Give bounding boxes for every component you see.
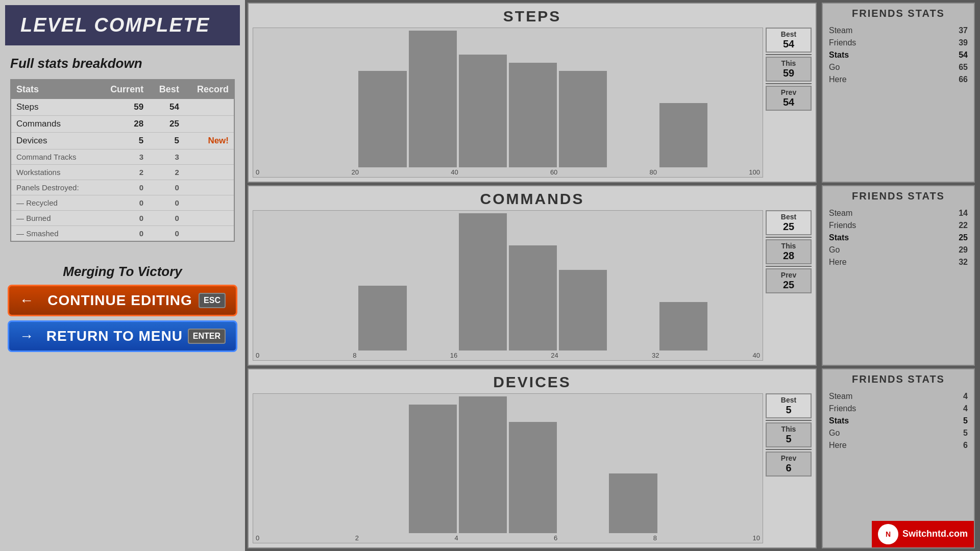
list-item: Stats5 (829, 415, 968, 427)
table-row: Devices55New! (11, 133, 234, 149)
friends-row-name: Stats (829, 51, 849, 60)
level-complete-header: LEVEL COMPLETE (5, 5, 240, 45)
bar (459, 213, 507, 350)
stat-name: Panels Destroyed: (11, 180, 97, 195)
steps-histogram: 0 20 40 60 80 100 (253, 28, 763, 178)
stat-record (184, 149, 234, 165)
commands-best-box: Best 25 (766, 210, 812, 235)
col-record: Record (184, 80, 234, 99)
friends-row-name: Stats (829, 416, 849, 425)
nintendo-text: Switchntd.com (902, 529, 968, 539)
level-complete-title: LEVEL COMPLETE (20, 14, 230, 36)
stat-current: 5 (97, 133, 149, 149)
friends-row-name: Steam (829, 392, 852, 401)
friends-row-value: 29 (959, 245, 968, 255)
stat-record (184, 211, 234, 226)
stat-current: 0 (97, 180, 149, 195)
commands-this-box: This 28 (766, 239, 812, 264)
stat-best: 2 (149, 165, 184, 180)
continue-editing-label: CONTINUE EDITING (41, 292, 199, 309)
list-item: Friends22 (829, 219, 968, 232)
steps-sidebar: Best 54 This 59 Prev 54 (766, 28, 812, 178)
stat-current: 0 (97, 195, 149, 211)
stat-name: — Smashed (11, 226, 97, 242)
friends-row-value: 14 (959, 209, 968, 218)
steps-friends-title: FRIENDS STATS (829, 8, 968, 19)
list-item: Here32 (829, 256, 968, 268)
stat-name: Workstations (11, 165, 97, 180)
list-item: Stats25 (829, 232, 968, 244)
steps-friends-rows: Steam37Friends39Stats54Go65Here66 (829, 24, 968, 86)
steps-chart-panel: STEPS 0 20 40 60 80 100 Bes (248, 3, 817, 183)
steps-chart-area: 0 20 40 60 80 100 Best 54 This (253, 28, 812, 178)
friends-row-name: Here (829, 258, 847, 267)
steps-this-box: This 59 (766, 57, 812, 82)
bar (409, 405, 457, 533)
stat-best: 0 (149, 195, 184, 211)
stat-record (184, 165, 234, 180)
friends-row-name: Go (829, 63, 840, 72)
list-item: Go5 (829, 427, 968, 439)
arrow-right-icon: → (19, 328, 34, 344)
commands-friends-title: FRIENDS STATS (829, 190, 968, 202)
commands-prev-box: Prev 25 (766, 268, 812, 293)
stat-current: 0 (97, 226, 149, 242)
stat-name: Steps (11, 99, 97, 116)
bar (659, 103, 707, 167)
steps-divider2 (766, 83, 812, 84)
table-row: — Recycled00 (11, 195, 234, 211)
friends-row-name: Steam (829, 26, 852, 35)
esc-key-badge: ESC (199, 293, 226, 308)
col-stats: Stats (11, 80, 97, 99)
steps-friends-panel: FRIENDS STATS Steam37Friends39Stats54Go6… (822, 3, 975, 183)
list-item: Here6 (829, 439, 968, 452)
friends-row-name: Go (829, 429, 840, 438)
devices-friends-panel: FRIENDS STATS Steam4Friends4Stats5Go5Her… (822, 368, 975, 548)
devices-prev-box: Prev 6 (766, 452, 812, 477)
left-panel: LEVEL COMPLETE Full stats breakdown Stat… (0, 0, 245, 551)
bar (559, 270, 607, 350)
friends-row-name: Friends (829, 404, 856, 413)
devices-friends-title: FRIENDS STATS (829, 373, 968, 385)
commands-row: COMMANDS 0 8 16 24 32 40 Be (248, 185, 975, 365)
devices-friends-rows: Steam4Friends4Stats5Go5Here6 (829, 390, 968, 452)
list-item: Go29 (829, 244, 968, 256)
table-row: Commands2825 (11, 116, 234, 133)
stat-current: 59 (97, 99, 149, 116)
devices-bars (253, 394, 763, 533)
devices-histogram: 0 2 4 6 8 10 (253, 393, 763, 543)
return-to-menu-label: RETURN TO MENU (41, 328, 188, 344)
commands-axis: 0 8 16 24 32 40 (253, 350, 763, 360)
devices-best-box: Best 5 (766, 393, 812, 418)
stats-section: Full stats breakdown Stats Current Best … (0, 45, 245, 256)
stat-best: 0 (149, 211, 184, 226)
steps-axis: 0 20 40 60 80 100 (253, 167, 763, 177)
stat-name: Commands (11, 116, 97, 133)
arrow-left-icon: ← (19, 292, 34, 309)
friends-row-value: 66 (959, 75, 968, 84)
steps-chart-title: STEPS (253, 8, 812, 25)
right-area: STEPS 0 20 40 60 80 100 Bes (245, 0, 980, 551)
bar (509, 422, 557, 533)
list-item: Steam14 (829, 207, 968, 219)
stat-best: 0 (149, 180, 184, 195)
friends-row-name: Go (829, 245, 840, 255)
steps-prev-box: Prev 54 (766, 86, 812, 111)
table-row: Workstations22 (11, 165, 234, 180)
stat-record (184, 195, 234, 211)
bar (459, 396, 507, 533)
friends-row-value: 65 (959, 63, 968, 72)
list-item: Friends39 (829, 37, 968, 49)
stat-record: New! (184, 133, 234, 149)
return-to-menu-button[interactable]: → RETURN TO MENU ENTER (8, 320, 237, 352)
table-row: — Burned00 (11, 211, 234, 226)
stat-current: 0 (97, 211, 149, 226)
continue-editing-button[interactable]: ← CONTINUE EDITING ESC (8, 285, 237, 316)
enter-key-badge: ENTER (188, 329, 226, 344)
commands-chart-panel: COMMANDS 0 8 16 24 32 40 Be (248, 185, 817, 365)
friends-row-value: 39 (959, 38, 968, 47)
friends-row-value: 5 (963, 416, 968, 425)
devices-row: DEVICES 0 2 4 6 8 10 Best (248, 368, 975, 548)
commands-chart-title: COMMANDS (253, 190, 812, 208)
stat-name: Devices (11, 133, 97, 149)
